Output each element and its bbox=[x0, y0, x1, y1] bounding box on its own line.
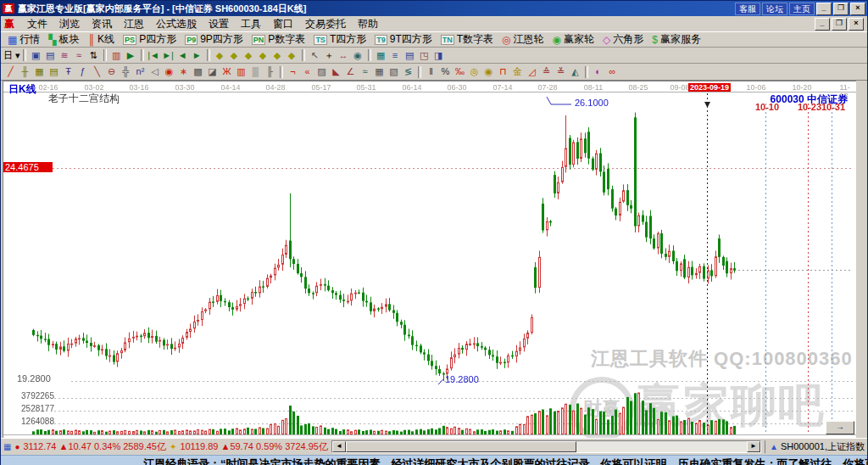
p9-square-button[interactable]: P99P四方形 bbox=[181, 33, 248, 46]
menu-item-1[interactable]: 浏览 bbox=[53, 16, 86, 32]
kline-button[interactable]: ║K线 bbox=[84, 33, 120, 46]
estimate-tool-icon[interactable]: ≙ bbox=[539, 65, 554, 78]
sectors-button[interactable]: ▚板块 bbox=[44, 33, 83, 46]
t-line-icon[interactable]: Ŧ bbox=[61, 65, 75, 78]
export-tool-icon[interactable]: ◨ bbox=[431, 49, 446, 62]
gann-grid-icon[interactable]: ╫ bbox=[18, 65, 32, 78]
winner-service-button[interactable]: $赢家服务 bbox=[648, 33, 705, 46]
web-tool-icon[interactable]: ◉ bbox=[351, 49, 365, 62]
prev-bar-icon[interactable]: ◄ bbox=[175, 49, 190, 62]
pillar-tool-icon[interactable]: ‖ bbox=[424, 65, 438, 78]
pointer-tool-icon[interactable]: ↖ bbox=[308, 49, 322, 62]
scrollbar-right-arrow[interactable]: ► bbox=[747, 441, 760, 452]
equal-angle-icon[interactable]: ≚ bbox=[554, 65, 568, 78]
close-button[interactable]: × bbox=[850, 3, 865, 15]
percent-tool-icon[interactable]: % bbox=[438, 65, 453, 78]
gold-circle2-icon[interactable]: ◉ bbox=[481, 65, 496, 78]
permille-tool-icon[interactable]: ‰ bbox=[453, 65, 467, 78]
kline-chart[interactable] bbox=[3, 81, 856, 438]
t9-square-button[interactable]: T99T四方形 bbox=[370, 33, 437, 46]
measure-tool-icon[interactable]: ↔ bbox=[337, 49, 351, 62]
quote-panel-icon[interactable]: ▤ bbox=[43, 49, 58, 62]
mdi-minimize-button[interactable]: _ bbox=[815, 18, 830, 31]
menu-item-6[interactable]: 工具 bbox=[235, 16, 267, 32]
forum-link[interactable]: 论坛 bbox=[762, 3, 787, 15]
calendar-tool-icon[interactable]: ▦ bbox=[374, 49, 388, 62]
scale-toggle-icon[interactable]: ⇅ bbox=[86, 49, 101, 62]
w-lines-icon[interactable]: Ж bbox=[220, 65, 234, 78]
calculator-tool-icon[interactable]: ≡ bbox=[388, 49, 403, 62]
red-grid-icon[interactable]: ▥ bbox=[234, 65, 248, 78]
pen2-tool-icon[interactable]: ╲ bbox=[90, 65, 104, 78]
grid-icon[interactable]: ▦ bbox=[3, 442, 11, 451]
kline-style-icon[interactable]: ▥ bbox=[109, 49, 124, 62]
wave-view-icon[interactable]: ≋ bbox=[58, 49, 72, 62]
menu-item-7[interactable]: 窗口 bbox=[267, 16, 299, 32]
hatch-tool-icon[interactable]: ▩ bbox=[191, 65, 205, 78]
t-table-button[interactable]: TNT数字表 bbox=[437, 33, 498, 46]
home-link[interactable]: 主页 bbox=[789, 3, 815, 15]
angle-measure-icon[interactable]: ∠ bbox=[343, 65, 358, 78]
restore-button[interactable]: ❐ bbox=[833, 3, 849, 15]
winner-wheel-button[interactable]: ◉赢家轮 bbox=[548, 33, 598, 46]
diag-grid-icon[interactable]: ▨ bbox=[314, 65, 329, 78]
shade-grid-icon[interactable]: ▒ bbox=[248, 65, 263, 78]
quotes-button[interactable]: ▦行情 bbox=[3, 33, 44, 46]
corner-tool-icon[interactable]: ¬ bbox=[286, 65, 300, 78]
square9-icon[interactable]: ▤ bbox=[47, 65, 61, 78]
next-bar-icon[interactable]: ► bbox=[190, 49, 204, 62]
play-forward-icon[interactable]: ▶ bbox=[124, 49, 138, 62]
trend-view-icon[interactable]: ≈ bbox=[72, 49, 86, 62]
menu-item-4[interactable]: 公式选股 bbox=[150, 16, 203, 32]
right-triangle-icon[interactable]: ◿ bbox=[525, 65, 539, 78]
angle-left-icon[interactable]: ◁ bbox=[147, 65, 162, 78]
notes-tool-icon[interactable]: ▤ bbox=[403, 49, 417, 62]
bridge-tool-icon[interactable]: ⊓ bbox=[496, 65, 510, 78]
gann-wheel-button[interactable]: ◎江恩轮 bbox=[498, 33, 548, 46]
crosshair-tool-icon[interactable]: ＋ bbox=[322, 49, 337, 62]
gann-circle-icon[interactable]: ◉ bbox=[162, 65, 176, 78]
menu-item-2[interactable]: 资讯 bbox=[86, 16, 118, 32]
taiji-icon[interactable]: ◐ bbox=[591, 65, 605, 78]
golden-section-icon[interactable]: 金 bbox=[510, 65, 525, 78]
scrollbar-left-arrow[interactable]: ◄ bbox=[332, 441, 346, 452]
hexagon-button[interactable]: ◇六角形 bbox=[598, 33, 648, 46]
gann-fan-icon[interactable]: ∗ bbox=[176, 65, 191, 78]
scrollbar-thumb[interactable] bbox=[346, 441, 576, 452]
zigzag-icon[interactable]: ≶ bbox=[401, 65, 415, 78]
up-triangle-icon[interactable]: ◭ bbox=[568, 65, 582, 78]
current-index-area[interactable]: ▲ SH000001,上证指数 bbox=[765, 440, 865, 453]
arrow-set-icon[interactable]: « bbox=[300, 65, 314, 78]
service-link[interactable]: 客服 bbox=[735, 3, 760, 15]
gann-diamond-6-icon[interactable]: ◆ bbox=[285, 49, 299, 62]
menu-item-0[interactable]: 文件 bbox=[21, 16, 53, 32]
t-square-button[interactable]: TST四方形 bbox=[309, 33, 370, 46]
menu-item-3[interactable]: 江恩 bbox=[118, 16, 150, 32]
triangle-tool-icon[interactable]: ◣ bbox=[329, 65, 343, 78]
first-bar-icon[interactable]: |◄ bbox=[147, 49, 161, 62]
gann-diamond-2-icon[interactable]: ◆ bbox=[227, 49, 242, 62]
gann-diamond-4-icon[interactable]: ◆ bbox=[256, 49, 270, 62]
mdi-close-button[interactable]: × bbox=[849, 18, 864, 31]
infinity-icon[interactable]: ∞ bbox=[605, 65, 620, 78]
period-selector[interactable]: 日 ▾ bbox=[3, 49, 20, 62]
menu-item-5[interactable]: 设置 bbox=[203, 16, 235, 32]
gold-circle-icon[interactable]: ◎ bbox=[467, 65, 481, 78]
index2-quote[interactable]: 10119.89 ▲59.74 0.59% 3724.95亿 bbox=[180, 440, 328, 453]
pen-tool-icon[interactable]: ╱ bbox=[3, 65, 18, 78]
horizontal-scrollbar[interactable]: ◄ ► bbox=[331, 440, 761, 453]
dense-grid-icon[interactable]: ╬ bbox=[119, 65, 133, 78]
p-table-button[interactable]: PNP数字表 bbox=[248, 33, 310, 46]
p-square-button[interactable]: PSP四方形 bbox=[119, 33, 181, 46]
last-bar-icon[interactable]: ►| bbox=[161, 49, 175, 62]
ellipse-tool-icon[interactable]: ⊖ bbox=[104, 65, 119, 78]
gann-diamond-3-icon[interactable]: ◆ bbox=[242, 49, 256, 62]
menu-item-8[interactable]: 交易委托 bbox=[299, 16, 352, 32]
square4-icon[interactable]: ▦ bbox=[32, 65, 47, 78]
wave-lines-icon[interactable]: ≈ bbox=[358, 65, 372, 78]
mdi-restore-button[interactable]: ❐ bbox=[832, 18, 847, 31]
gann-diamond-1-icon[interactable]: ◆ bbox=[213, 49, 227, 62]
f-line-icon[interactable]: ƒ bbox=[75, 65, 90, 78]
box-grid-icon[interactable]: ▦ bbox=[372, 65, 387, 78]
diag-grid2-icon[interactable]: ▧ bbox=[387, 65, 401, 78]
